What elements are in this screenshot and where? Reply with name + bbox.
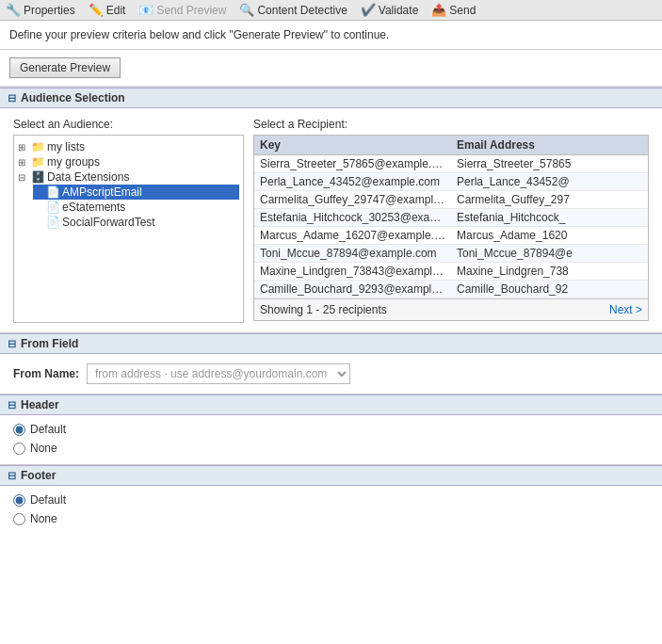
footer-collapse-icon[interactable]: ⊟ [8,470,16,482]
node-label-ampscript: AMPscriptEmail [62,185,142,199]
toolbar-properties-label: Properties [24,4,75,17]
table-row[interactable]: Camille_Bouchard_9293@example.comCamille… [254,281,648,298]
tree-node-social-forward[interactable]: 📄 SocialForwardTest [33,215,239,230]
from-name-label: From Name: [13,367,79,380]
properties-icon: 🔧 [6,3,21,17]
expander-my-groups: ⊞ [18,157,29,168]
footer-none-radio[interactable] [13,513,25,525]
header-collapse-icon[interactable]: ⊟ [8,399,16,411]
node-label-my-lists: my lists [47,140,85,153]
from-field-section-header: ⊟ From Field [0,333,662,354]
tree-node-ampscript-email[interactable]: 📄 AMPscriptEmail [33,185,239,200]
toolbar-send[interactable]: 📤 Send [431,3,476,17]
tree-panel[interactable]: ⊞ 📁 my lists ⊞ 📁 my groups ⊟ 🗄️ Data Ext… [13,135,244,323]
tree-label: Select an Audience: [13,118,244,131]
instruction-bar: Define your preview criteria below and c… [0,21,662,50]
doc-icon-social-forward: 📄 [46,216,60,229]
audience-section-header: ⊟ Audience Selection [0,88,662,108]
tree-node-data-extensions[interactable]: ⊟ 🗄️ Data Extensions [18,169,239,185]
header-default-radio[interactable] [13,424,25,436]
footer-none-option[interactable]: None [13,512,649,525]
table-row[interactable]: Estefania_Hitchcock_30253@example.comEst… [254,209,648,227]
send-icon: 📤 [431,3,446,17]
recipient-key-cell: Camille_Bouchard_9293@example.com [254,281,451,298]
validate-icon: ✔️ [361,3,376,17]
header-default-label: Default [30,423,66,436]
from-collapse-icon[interactable]: ⊟ [8,338,16,350]
generate-preview-button[interactable]: Generate Preview [9,57,121,78]
header-none-radio[interactable] [13,443,25,455]
node-label-data-extensions: Data Extensions [47,170,129,184]
tree-node-my-groups[interactable]: ⊞ 📁 my groups [18,154,239,169]
tree-node-estatements[interactable]: 📄 eStatements [33,200,239,215]
recipient-table: Key Email Address Sierra_Streeter_57865@… [254,136,648,298]
col-header-email: Email Address [451,136,648,155]
table-row[interactable]: Marcus_Adame_16207@example.comMarcus_Ada… [254,227,648,245]
recipient-key-cell: Carmelita_Guffey_29747@example.com [254,191,451,209]
recipient-key-cell: Toni_Mccue_87894@example.com [254,245,451,263]
recipient-key-cell: Sierra_Streeter_57865@example.com [254,155,451,173]
edit-icon: ✏️ [89,3,104,17]
tree-panel-container: Select an Audience: ⊞ 📁 my lists ⊞ 📁 my … [13,118,244,323]
data-extensions-children: 📄 AMPscriptEmail 📄 eStatements 📄 SocialF… [18,185,239,230]
header-default-option[interactable]: Default [13,423,649,436]
toolbar-validate[interactable]: ✔️ Validate [361,3,418,17]
recipient-key-cell: Estefania_Hitchcock_30253@example.com [254,209,451,227]
toolbar-content-detective[interactable]: 🔍 Content Detective [239,3,347,17]
tree-node-my-lists[interactable]: ⊞ 📁 my lists [18,139,239,154]
from-name-select[interactable]: from address · use address@yourdomain.co… [87,363,350,384]
recipient-email-cell: Perla_Lance_43452@ [451,173,648,191]
footer-none-label: None [30,512,57,525]
toolbar-edit-label: Edit [106,4,126,17]
recipient-key-cell: Maxine_Lindgren_73843@example.com [254,263,451,281]
expander-my-lists: ⊞ [18,142,29,153]
toolbar-send-preview-label: Send Preview [156,4,226,17]
table-row[interactable]: Maxine_Lindgren_73843@example.comMaxine_… [254,263,648,281]
toolbar-properties[interactable]: 🔧 Properties [6,3,75,17]
doc-icon-ampscript: 📄 [46,185,60,199]
recipient-email-cell: Carmelita_Guffey_297 [451,191,648,209]
folder-icon-my-groups: 📁 [31,155,45,169]
header-none-option[interactable]: None [13,442,649,455]
send-preview-icon: 📧 [138,3,153,17]
from-field-row: From Name: from address · use address@yo… [0,354,662,394]
footer-default-radio[interactable] [13,494,25,507]
next-link[interactable]: Next > [609,303,642,316]
toolbar-edit[interactable]: ✏️ Edit [89,3,126,17]
db-icon-data-extensions: 🗄️ [31,170,45,184]
footer-default-label: Default [30,493,66,507]
node-label-estatements: eStatements [62,201,125,214]
recipient-email-cell: Maxine_Lindgren_738 [451,263,648,281]
audience-collapse-icon[interactable]: ⊟ [8,92,16,105]
recipient-email-cell: Toni_Mccue_87894@e [451,245,648,263]
toolbar-validate-label: Validate [379,4,418,17]
recipient-panel-container: Select a Recipient: Key Email Address Si… [253,118,649,323]
col-header-key: Key [254,136,451,155]
audience-layout: Select an Audience: ⊞ 📁 my lists ⊞ 📁 my … [13,118,649,323]
recipient-email-cell: Estefania_Hitchcock_ [451,209,648,227]
table-scroll-area: Key Email Address Sierra_Streeter_57865@… [254,136,648,298]
footer-default-option[interactable]: Default [13,493,649,507]
footer-radio-group: Default None [0,486,662,535]
table-row[interactable]: Toni_Mccue_87894@example.comToni_Mccue_8… [254,245,648,263]
audience-section-title: Audience Selection [21,91,125,105]
doc-icon-estatements: 📄 [46,201,60,214]
footer-section-header: ⊟ Footer [0,465,662,486]
from-field-section-title: From Field [21,337,78,350]
recipient-footer: Showing 1 - 25 recipients Next > [254,298,648,320]
generate-bar: Generate Preview [0,50,662,87]
table-row[interactable]: Sierra_Streeter_57865@example.comSierra_… [254,155,648,173]
instruction-text: Define your preview criteria below and c… [9,28,389,41]
toolbar-send-label: Send [449,4,476,17]
header-section-title: Header [21,398,59,411]
recipient-email-cell: Camille_Bouchard_92 [451,281,648,298]
table-row[interactable]: Perla_Lance_43452@example.comPerla_Lance… [254,173,648,191]
recipient-key-cell: Marcus_Adame_16207@example.com [254,227,451,245]
toolbar-send-preview: 📧 Send Preview [138,3,226,17]
toolbar-content-detective-label: Content Detective [257,4,347,17]
content-detective-icon: 🔍 [239,3,254,17]
header-section-header: ⊟ Header [0,394,662,415]
folder-icon-my-lists: 📁 [31,140,45,153]
recipient-email-cell: Sierra_Streeter_57865 [451,155,648,173]
table-row[interactable]: Carmelita_Guffey_29747@example.comCarmel… [254,191,648,209]
